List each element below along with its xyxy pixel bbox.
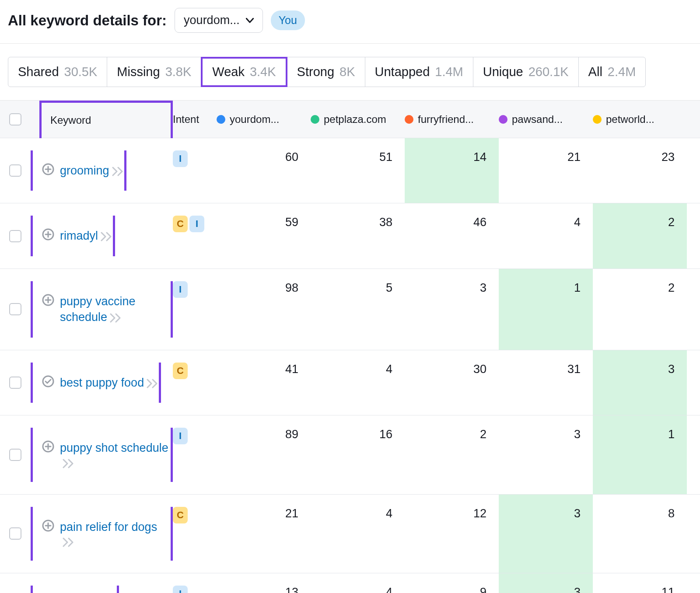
filter-tab-unique[interactable]: Unique260.1K	[473, 57, 579, 87]
rank-cell[interactable]: 2	[593, 203, 687, 268]
row-checkbox[interactable]	[9, 449, 21, 461]
col-intent[interactable]: Intent	[173, 113, 217, 126]
chevron-double-right-icon[interactable]	[107, 310, 122, 324]
plus-circle-icon[interactable]	[42, 293, 55, 307]
keyword-cell: dog flea	[31, 573, 173, 593]
rank-cell[interactable]: 3	[593, 350, 687, 415]
filter-tab-shared[interactable]: Shared30.5K	[8, 57, 107, 87]
rank-cell[interactable]: 4	[499, 203, 593, 268]
rank-cell[interactable]: 2	[593, 269, 687, 350]
rank-value: 3	[480, 281, 486, 295]
intent-badge-i[interactable]: I	[173, 150, 188, 167]
rank-cell[interactable]: 59	[217, 203, 311, 268]
rank-cell[interactable]: 21	[499, 138, 593, 203]
dot-icon	[217, 115, 225, 124]
keyword-link[interactable]: grooming	[60, 164, 109, 177]
rank-cell[interactable]: 23	[593, 138, 687, 203]
domain-select[interactable]: yourdom...	[175, 8, 263, 33]
rank-cell[interactable]: 4	[311, 573, 405, 593]
rank-cell[interactable]: 4	[311, 350, 405, 415]
intent-badge-i[interactable]: I	[189, 216, 204, 232]
rank-cell[interactable]: 1	[499, 269, 593, 350]
filter-tab-strong[interactable]: Strong8K	[287, 57, 365, 87]
rank-cell[interactable]: 98	[217, 269, 311, 350]
check-circle-icon[interactable]	[42, 375, 55, 388]
col-domain-3[interactable]: pawsand...	[499, 113, 593, 126]
intent-badge-c[interactable]: C	[173, 216, 188, 232]
rank-value: 38	[379, 216, 392, 229]
rank-cell[interactable]: 3	[499, 573, 593, 593]
rank-value: 23	[662, 150, 675, 164]
rank-cell[interactable]: 13	[217, 573, 311, 593]
rank-cell[interactable]: 46	[405, 203, 499, 268]
intent-badge-i[interactable]: I	[173, 586, 188, 593]
row-checkbox[interactable]	[9, 230, 21, 242]
select-all-checkbox[interactable]	[9, 113, 21, 126]
rank-cell[interactable]: 60	[217, 138, 311, 203]
row-checkbox[interactable]	[9, 164, 21, 177]
rank-cell[interactable]: 21	[217, 495, 311, 573]
keyword-link[interactable]: best puppy food	[60, 376, 144, 389]
rank-cell[interactable]: 4	[311, 495, 405, 573]
col-domain-1[interactable]: petplaza.com	[311, 113, 405, 126]
chevron-double-right-icon[interactable]	[98, 229, 113, 242]
rank-cell[interactable]: 3	[499, 415, 593, 494]
rank-cell[interactable]: 14	[405, 138, 499, 203]
table-row: pain relief for dogsC2141238	[0, 495, 700, 573]
intent-badge-i[interactable]: I	[173, 428, 188, 444]
col-intent-label: Intent	[173, 113, 199, 125]
filter-tab-count: 260.1K	[528, 65, 569, 79]
rank-cell[interactable]: 12	[405, 495, 499, 573]
filter-tab-all[interactable]: All2.4M	[578, 57, 646, 87]
rank-cell[interactable]: 51	[311, 138, 405, 203]
keyword-link[interactable]: rimadyl	[60, 229, 98, 242]
col-domain-2[interactable]: furryfriend...	[405, 113, 499, 126]
rank-value: 4	[386, 586, 392, 593]
rank-cell[interactable]: 1	[593, 415, 687, 494]
filter-tab-weak[interactable]: Weak3.4K	[201, 57, 287, 87]
rank-cell[interactable]: 16	[311, 415, 405, 494]
plus-circle-icon[interactable]	[42, 228, 55, 241]
rank-cell[interactable]: 3	[405, 269, 499, 350]
filter-tab-untapped[interactable]: Untapped1.4M	[365, 57, 473, 87]
rank-cell[interactable]: 8	[593, 495, 687, 573]
chevron-double-right-icon[interactable]	[109, 164, 124, 177]
col-domain-label: yourdom...	[230, 113, 279, 126]
row-checkbox[interactable]	[9, 303, 21, 315]
filter-tab-missing[interactable]: Missing3.8K	[107, 57, 201, 87]
rank-cell[interactable]: 9	[405, 573, 499, 593]
keyword-link[interactable]: puppy vaccine schedule	[60, 295, 136, 324]
row-checkbox[interactable]	[9, 527, 21, 540]
plus-circle-icon[interactable]	[42, 163, 55, 176]
rank-cell[interactable]: 30	[405, 350, 499, 415]
rank-cell[interactable]: 38	[311, 203, 405, 268]
plus-circle-icon[interactable]	[42, 440, 55, 453]
row-checkbox[interactable]	[9, 377, 21, 389]
rank-cell[interactable]: 31	[499, 350, 593, 415]
rank-cell[interactable]: 2	[405, 415, 499, 494]
rank-value: 3	[668, 363, 675, 376]
rank-cell[interactable]: 5	[311, 269, 405, 350]
rank-value: 59	[285, 216, 298, 229]
rank-cell[interactable]: 89	[217, 415, 311, 494]
dot-icon	[311, 115, 319, 124]
table-body: groomingI6051142123rimadylCI59384642pupp…	[0, 138, 700, 593]
row-check-cell	[0, 350, 31, 415]
rank-cell[interactable]: 41	[217, 350, 311, 415]
chevron-double-right-icon[interactable]	[60, 456, 75, 469]
rank-value: 3	[574, 507, 581, 520]
plus-circle-icon[interactable]	[42, 519, 55, 532]
col-domain-0[interactable]: yourdom...	[217, 113, 311, 126]
intent-badge-c[interactable]: C	[173, 507, 188, 523]
chevron-double-right-icon[interactable]	[60, 535, 75, 548]
rank-cell[interactable]: 3	[499, 495, 593, 573]
col-keyword[interactable]: Keyword	[31, 101, 173, 138]
intent-badge-i[interactable]: I	[173, 281, 188, 298]
col-domain-4[interactable]: petworld...	[593, 113, 687, 126]
keyword-link[interactable]: pain relief for dogs	[60, 520, 157, 534]
keyword-link[interactable]: puppy shot schedule	[60, 441, 168, 454]
col-domain-label: petplaza.com	[324, 113, 386, 126]
chevron-double-right-icon[interactable]	[144, 376, 159, 389]
rank-cell[interactable]: 11	[593, 573, 687, 593]
intent-badge-c[interactable]: C	[173, 363, 188, 379]
